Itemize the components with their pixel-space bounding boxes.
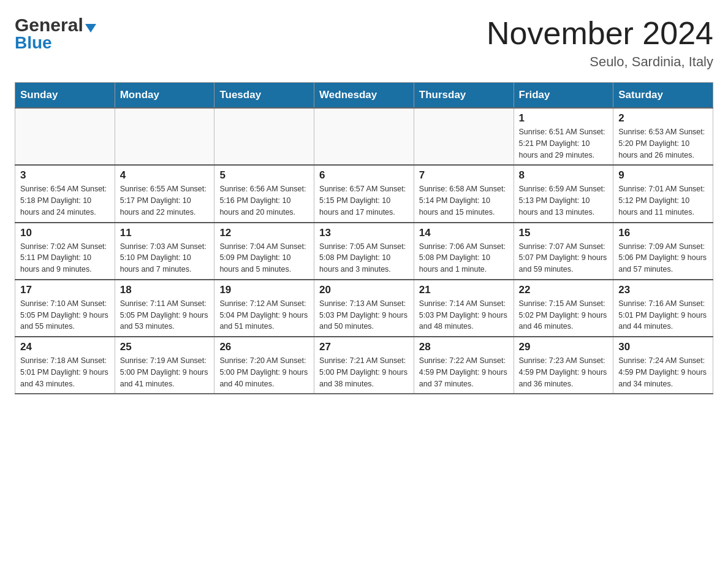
day-info: Sunrise: 7:24 AM Sunset: 4:59 PM Dayligh…: [618, 355, 708, 389]
day-info: Sunrise: 7:12 AM Sunset: 5:04 PM Dayligh…: [219, 298, 309, 332]
calendar-header-row: Sunday Monday Tuesday Wednesday Thursday…: [15, 83, 713, 109]
day-number: 30: [618, 341, 708, 353]
calendar-cell-3-5: 22Sunrise: 7:15 AM Sunset: 5:02 PM Dayli…: [514, 280, 613, 337]
day-number: 20: [319, 284, 409, 296]
day-number: 16: [618, 227, 708, 239]
calendar-cell-0-5: 1Sunrise: 6:51 AM Sunset: 5:21 PM Daylig…: [514, 108, 613, 165]
calendar-cell-3-6: 23Sunrise: 7:16 AM Sunset: 5:01 PM Dayli…: [613, 280, 713, 337]
page-subtitle: Seulo, Sardinia, Italy: [487, 54, 713, 70]
day-number: 12: [219, 227, 309, 239]
calendar-cell-1-1: 4Sunrise: 6:55 AM Sunset: 5:17 PM Daylig…: [115, 165, 214, 222]
day-info: Sunrise: 6:54 AM Sunset: 5:18 PM Dayligh…: [20, 183, 110, 218]
calendar-cell-4-2: 26Sunrise: 7:20 AM Sunset: 5:00 PM Dayli…: [214, 337, 314, 394]
calendar-cell-0-0: [15, 108, 115, 165]
day-number: 8: [519, 169, 609, 182]
calendar-cell-3-1: 18Sunrise: 7:11 AM Sunset: 5:05 PM Dayli…: [115, 280, 214, 337]
day-info: Sunrise: 7:20 AM Sunset: 5:00 PM Dayligh…: [219, 355, 309, 389]
logo: General Blue: [15, 15, 96, 53]
week-row-1: 1Sunrise: 6:51 AM Sunset: 5:21 PM Daylig…: [15, 108, 713, 165]
day-number: 19: [219, 284, 309, 296]
week-row-3: 10Sunrise: 7:02 AM Sunset: 5:11 PM Dayli…: [15, 223, 713, 280]
calendar-cell-0-4: [414, 108, 514, 165]
day-info: Sunrise: 6:55 AM Sunset: 5:17 PM Dayligh…: [120, 183, 210, 218]
day-info: Sunrise: 7:16 AM Sunset: 5:01 PM Dayligh…: [618, 298, 708, 332]
day-number: 29: [519, 341, 609, 353]
day-number: 28: [419, 341, 509, 353]
day-number: 27: [319, 341, 409, 353]
day-info: Sunrise: 7:18 AM Sunset: 5:01 PM Dayligh…: [20, 355, 110, 389]
col-sunday: Sunday: [15, 83, 115, 109]
day-number: 14: [419, 227, 509, 239]
calendar-cell-1-0: 3Sunrise: 6:54 AM Sunset: 5:18 PM Daylig…: [15, 165, 115, 222]
calendar-cell-4-0: 24Sunrise: 7:18 AM Sunset: 5:01 PM Dayli…: [15, 337, 115, 394]
calendar-cell-2-6: 16Sunrise: 7:09 AM Sunset: 5:06 PM Dayli…: [613, 223, 713, 280]
day-info: Sunrise: 7:07 AM Sunset: 5:07 PM Dayligh…: [519, 241, 609, 275]
logo-blue: Blue: [15, 33, 52, 53]
page-title: November 2024: [487, 15, 713, 52]
col-thursday: Thursday: [414, 83, 514, 109]
logo-triangle-icon: [85, 24, 96, 33]
week-row-4: 17Sunrise: 7:10 AM Sunset: 5:05 PM Dayli…: [15, 280, 713, 337]
calendar-cell-1-6: 9Sunrise: 7:01 AM Sunset: 5:12 PM Daylig…: [613, 165, 713, 222]
week-row-5: 24Sunrise: 7:18 AM Sunset: 5:01 PM Dayli…: [15, 337, 713, 394]
day-number: 3: [20, 169, 110, 182]
day-info: Sunrise: 7:03 AM Sunset: 5:10 PM Dayligh…: [120, 241, 210, 275]
logo-general: General: [15, 15, 83, 36]
calendar-cell-3-4: 21Sunrise: 7:14 AM Sunset: 5:03 PM Dayli…: [414, 280, 514, 337]
day-number: 25: [120, 341, 210, 353]
day-info: Sunrise: 6:57 AM Sunset: 5:15 PM Dayligh…: [319, 183, 409, 218]
day-number: 24: [20, 341, 110, 353]
day-number: 15: [519, 227, 609, 239]
day-info: Sunrise: 7:15 AM Sunset: 5:02 PM Dayligh…: [519, 298, 609, 332]
day-number: 18: [120, 284, 210, 296]
calendar-cell-4-3: 27Sunrise: 7:21 AM Sunset: 5:00 PM Dayli…: [314, 337, 414, 394]
day-number: 22: [519, 284, 609, 296]
calendar-cell-3-0: 17Sunrise: 7:10 AM Sunset: 5:05 PM Dayli…: [15, 280, 115, 337]
day-info: Sunrise: 6:51 AM Sunset: 5:21 PM Dayligh…: [519, 126, 609, 161]
day-info: Sunrise: 7:09 AM Sunset: 5:06 PM Dayligh…: [618, 241, 708, 275]
day-number: 10: [20, 227, 110, 239]
day-info: Sunrise: 7:05 AM Sunset: 5:08 PM Dayligh…: [319, 241, 409, 275]
day-number: 5: [219, 169, 309, 182]
day-info: Sunrise: 6:58 AM Sunset: 5:14 PM Dayligh…: [419, 183, 509, 218]
col-tuesday: Tuesday: [214, 83, 314, 109]
day-number: 1: [519, 112, 609, 124]
day-info: Sunrise: 7:21 AM Sunset: 5:00 PM Dayligh…: [319, 355, 409, 389]
day-info: Sunrise: 7:22 AM Sunset: 4:59 PM Dayligh…: [419, 355, 509, 389]
day-info: Sunrise: 7:23 AM Sunset: 4:59 PM Dayligh…: [519, 355, 609, 389]
calendar-cell-1-3: 6Sunrise: 6:57 AM Sunset: 5:15 PM Daylig…: [314, 165, 414, 222]
day-number: 23: [618, 284, 708, 296]
day-info: Sunrise: 6:53 AM Sunset: 5:20 PM Dayligh…: [618, 126, 708, 161]
calendar-cell-4-4: 28Sunrise: 7:22 AM Sunset: 4:59 PM Dayli…: [414, 337, 514, 394]
calendar-cell-2-2: 12Sunrise: 7:04 AM Sunset: 5:09 PM Dayli…: [214, 223, 314, 280]
col-wednesday: Wednesday: [314, 83, 414, 109]
day-info: Sunrise: 6:56 AM Sunset: 5:16 PM Dayligh…: [219, 183, 309, 218]
day-number: 21: [419, 284, 509, 296]
day-info: Sunrise: 7:01 AM Sunset: 5:12 PM Dayligh…: [618, 183, 708, 218]
calendar-table: Sunday Monday Tuesday Wednesday Thursday…: [15, 82, 713, 394]
day-info: Sunrise: 7:11 AM Sunset: 5:05 PM Dayligh…: [120, 298, 210, 332]
day-number: 13: [319, 227, 409, 239]
calendar-cell-2-4: 14Sunrise: 7:06 AM Sunset: 5:08 PM Dayli…: [414, 223, 514, 280]
calendar-cell-0-2: [214, 108, 314, 165]
day-number: 26: [219, 341, 309, 353]
col-saturday: Saturday: [613, 83, 713, 109]
calendar-cell-0-1: [115, 108, 214, 165]
page-header: General Blue November 2024 Seulo, Sardin…: [15, 15, 713, 70]
day-info: Sunrise: 7:02 AM Sunset: 5:11 PM Dayligh…: [20, 241, 110, 275]
calendar-cell-4-1: 25Sunrise: 7:19 AM Sunset: 5:00 PM Dayli…: [115, 337, 214, 394]
calendar-cell-4-5: 29Sunrise: 7:23 AM Sunset: 4:59 PM Dayli…: [514, 337, 613, 394]
calendar-cell-4-6: 30Sunrise: 7:24 AM Sunset: 4:59 PM Dayli…: [613, 337, 713, 394]
day-info: Sunrise: 7:14 AM Sunset: 5:03 PM Dayligh…: [419, 298, 509, 332]
calendar-cell-3-2: 19Sunrise: 7:12 AM Sunset: 5:04 PM Dayli…: [214, 280, 314, 337]
calendar-cell-3-3: 20Sunrise: 7:13 AM Sunset: 5:03 PM Dayli…: [314, 280, 414, 337]
calendar-cell-2-1: 11Sunrise: 7:03 AM Sunset: 5:10 PM Dayli…: [115, 223, 214, 280]
day-info: Sunrise: 7:19 AM Sunset: 5:00 PM Dayligh…: [120, 355, 210, 389]
day-info: Sunrise: 7:04 AM Sunset: 5:09 PM Dayligh…: [219, 241, 309, 275]
day-number: 2: [618, 112, 708, 124]
day-info: Sunrise: 7:13 AM Sunset: 5:03 PM Dayligh…: [319, 298, 409, 332]
day-number: 6: [319, 169, 409, 182]
week-row-2: 3Sunrise: 6:54 AM Sunset: 5:18 PM Daylig…: [15, 165, 713, 222]
col-friday: Friday: [514, 83, 613, 109]
day-number: 4: [120, 169, 210, 182]
